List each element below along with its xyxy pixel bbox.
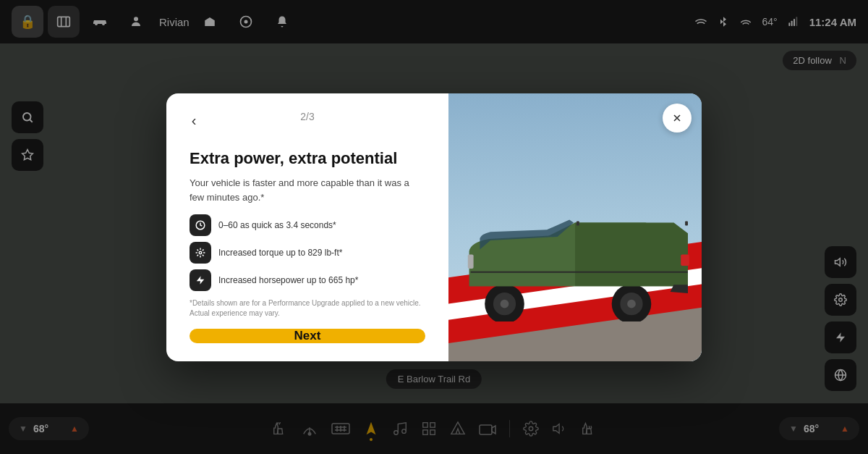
modal-subtitle: Your vehicle is faster and more capable … xyxy=(190,176,425,204)
feature-text-0: 0–60 as quick as 3.4 seconds* xyxy=(218,220,336,230)
feature-icon-2 xyxy=(190,269,211,291)
svg-rect-41 xyxy=(685,221,688,225)
car-illustration xyxy=(448,180,702,321)
feature-text-2: Increased horsepower up to 665 hp* xyxy=(218,275,358,285)
feature-item-0: 0–60 as quick as 3.4 seconds* xyxy=(190,214,425,236)
next-button[interactable]: Next xyxy=(190,329,425,343)
svg-point-37 xyxy=(627,299,636,308)
feature-item-2: Increased horsepower up to 665 hp* xyxy=(190,269,425,291)
feature-icon-0 xyxy=(190,214,211,236)
modal: ‹ 2/3 Extra power, extra potential Your … xyxy=(166,93,702,361)
back-button[interactable]: ‹ xyxy=(181,108,207,134)
pagination-indicator: 2/3 xyxy=(300,111,314,122)
modal-title: Extra power, extra potential xyxy=(190,148,425,169)
feature-icon-1 xyxy=(190,242,211,264)
svg-rect-39 xyxy=(468,254,474,269)
svg-rect-40 xyxy=(576,221,579,225)
feature-text-1: Increased torque up to 829 lb-ft* xyxy=(218,248,342,258)
svg-point-30 xyxy=(199,251,202,254)
modal-left-panel: ‹ 2/3 Extra power, extra potential Your … xyxy=(166,93,448,361)
modal-overlay: ‹ 2/3 Extra power, extra potential Your … xyxy=(0,0,868,454)
svg-rect-38 xyxy=(681,254,689,266)
modal-content: Extra power, extra potential Your vehicl… xyxy=(190,148,425,329)
feature-item-1: Increased torque up to 829 lb-ft* xyxy=(190,242,425,264)
disclaimer-text: *Details shown are for a Performance Upg… xyxy=(190,298,425,319)
feature-list: 0–60 as quick as 3.4 seconds* Increased … xyxy=(190,214,425,291)
svg-marker-31 xyxy=(197,276,205,285)
svg-point-34 xyxy=(501,299,509,308)
modal-right-panel xyxy=(448,93,702,361)
close-button[interactable] xyxy=(663,104,692,133)
